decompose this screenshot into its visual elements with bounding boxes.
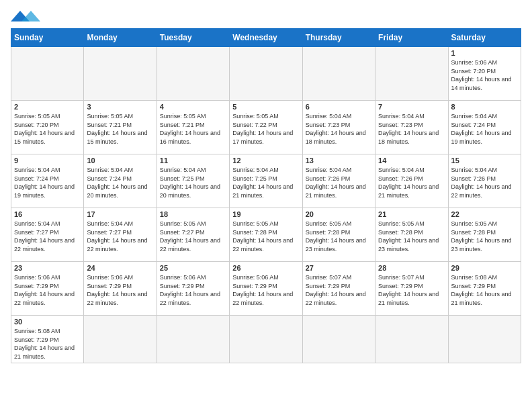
day-info: Sunrise: 5:05 AM Sunset: 7:28 PM Dayligh… xyxy=(306,220,372,253)
calendar-cell: 24Sunrise: 5:06 AM Sunset: 7:29 PM Dayli… xyxy=(84,262,157,316)
header-friday: Friday xyxy=(375,29,448,47)
day-number: 10 xyxy=(87,156,153,165)
day-info: Sunrise: 5:04 AM Sunset: 7:23 PM Dayligh… xyxy=(306,112,372,146)
calendar-cell xyxy=(375,47,448,101)
calendar-cell xyxy=(302,47,375,101)
day-number: 30 xyxy=(14,318,81,326)
day-info: Sunrise: 5:04 AM Sunset: 7:24 PM Dayligh… xyxy=(451,112,518,146)
day-info: Sunrise: 5:05 AM Sunset: 7:28 PM Dayligh… xyxy=(378,220,445,253)
calendar-cell: 17Sunrise: 5:04 AM Sunset: 7:27 PM Dayli… xyxy=(84,208,157,262)
day-info: Sunrise: 5:06 AM Sunset: 7:20 PM Dayligh… xyxy=(451,58,518,92)
header-tuesday: Tuesday xyxy=(157,29,229,47)
day-number: 9 xyxy=(14,156,81,165)
day-number: 29 xyxy=(451,264,518,272)
day-number: 13 xyxy=(306,156,372,165)
calendar-cell xyxy=(448,316,521,363)
calendar-cell xyxy=(157,47,229,101)
calendar-cell xyxy=(375,316,448,363)
day-info: Sunrise: 5:06 AM Sunset: 7:29 PM Dayligh… xyxy=(14,273,81,307)
day-number: 25 xyxy=(160,264,226,272)
calendar-cell xyxy=(230,47,302,101)
day-info: Sunrise: 5:04 AM Sunset: 7:26 PM Dayligh… xyxy=(306,166,372,199)
calendar-cell: 3Sunrise: 5:05 AM Sunset: 7:21 PM Daylig… xyxy=(84,101,157,154)
calendar-cell: 5Sunrise: 5:05 AM Sunset: 7:22 PM Daylig… xyxy=(230,101,302,154)
calendar-cell: 26Sunrise: 5:06 AM Sunset: 7:29 PM Dayli… xyxy=(230,262,302,316)
day-info: Sunrise: 5:05 AM Sunset: 7:21 PM Dayligh… xyxy=(87,112,153,146)
calendar-cell: 12Sunrise: 5:04 AM Sunset: 7:25 PM Dayli… xyxy=(230,154,302,208)
day-number: 18 xyxy=(160,210,226,218)
calendar-cell: 30Sunrise: 5:08 AM Sunset: 7:29 PM Dayli… xyxy=(11,316,84,363)
day-number: 5 xyxy=(232,103,299,111)
calendar-cell xyxy=(302,316,375,363)
day-number: 22 xyxy=(451,210,518,218)
calendar-cell: 16Sunrise: 5:04 AM Sunset: 7:27 PM Dayli… xyxy=(11,208,84,262)
day-number: 3 xyxy=(87,103,153,111)
header-wednesday: Wednesday xyxy=(230,29,302,47)
day-info: Sunrise: 5:05 AM Sunset: 7:28 PM Dayligh… xyxy=(232,220,299,253)
day-info: Sunrise: 5:05 AM Sunset: 7:20 PM Dayligh… xyxy=(14,112,81,146)
day-number: 6 xyxy=(306,103,372,111)
calendar-cell: 15Sunrise: 5:04 AM Sunset: 7:26 PM Dayli… xyxy=(448,154,521,208)
day-info: Sunrise: 5:07 AM Sunset: 7:29 PM Dayligh… xyxy=(306,273,372,307)
calendar-cell: 18Sunrise: 5:05 AM Sunset: 7:27 PM Dayli… xyxy=(157,208,229,262)
day-info: Sunrise: 5:07 AM Sunset: 7:29 PM Dayligh… xyxy=(378,273,445,307)
day-info: Sunrise: 5:04 AM Sunset: 7:26 PM Dayligh… xyxy=(451,166,518,199)
calendar-header: SundayMondayTuesdayWednesdayThursdayFrid… xyxy=(11,29,521,47)
calendar-cell: 7Sunrise: 5:04 AM Sunset: 7:23 PM Daylig… xyxy=(375,101,448,154)
day-number: 20 xyxy=(306,210,372,218)
calendar-cell: 10Sunrise: 5:04 AM Sunset: 7:24 PM Dayli… xyxy=(84,154,157,208)
calendar-cell: 19Sunrise: 5:05 AM Sunset: 7:28 PM Dayli… xyxy=(230,208,302,262)
day-number: 27 xyxy=(306,264,372,272)
calendar-cell: 2Sunrise: 5:05 AM Sunset: 7:20 PM Daylig… xyxy=(11,101,84,154)
day-number: 28 xyxy=(378,264,445,272)
calendar-cell: 23Sunrise: 5:06 AM Sunset: 7:29 PM Dayli… xyxy=(11,262,84,316)
day-number: 16 xyxy=(14,210,81,218)
calendar-cell: 29Sunrise: 5:08 AM Sunset: 7:29 PM Dayli… xyxy=(448,262,521,316)
day-number: 1 xyxy=(451,49,518,57)
day-info: Sunrise: 5:04 AM Sunset: 7:25 PM Dayligh… xyxy=(160,166,226,199)
calendar-cell xyxy=(230,316,302,363)
calendar-cell xyxy=(84,316,157,363)
calendar-cell: 22Sunrise: 5:05 AM Sunset: 7:28 PM Dayli… xyxy=(448,208,521,262)
calendar-cell: 28Sunrise: 5:07 AM Sunset: 7:29 PM Dayli… xyxy=(375,262,448,316)
calendar-cell: 13Sunrise: 5:04 AM Sunset: 7:26 PM Dayli… xyxy=(302,154,375,208)
calendar-cell: 9Sunrise: 5:04 AM Sunset: 7:24 PM Daylig… xyxy=(11,154,84,208)
day-number: 15 xyxy=(451,156,518,165)
calendar-cell: 14Sunrise: 5:04 AM Sunset: 7:26 PM Dayli… xyxy=(375,154,448,208)
day-info: Sunrise: 5:06 AM Sunset: 7:29 PM Dayligh… xyxy=(232,273,299,307)
day-info: Sunrise: 5:05 AM Sunset: 7:27 PM Dayligh… xyxy=(160,220,226,253)
day-info: Sunrise: 5:06 AM Sunset: 7:29 PM Dayligh… xyxy=(160,273,226,307)
day-info: Sunrise: 5:04 AM Sunset: 7:26 PM Dayligh… xyxy=(378,166,445,199)
calendar-cell: 20Sunrise: 5:05 AM Sunset: 7:28 PM Dayli… xyxy=(302,208,375,262)
logo xyxy=(11,11,40,21)
day-info: Sunrise: 5:08 AM Sunset: 7:29 PM Dayligh… xyxy=(14,327,81,361)
day-number: 26 xyxy=(232,264,299,272)
calendar-cell xyxy=(157,316,229,363)
calendar-cell: 8Sunrise: 5:04 AM Sunset: 7:24 PM Daylig… xyxy=(448,101,521,154)
day-info: Sunrise: 5:04 AM Sunset: 7:25 PM Dayligh… xyxy=(232,166,299,199)
calendar-cell xyxy=(11,47,84,101)
day-info: Sunrise: 5:05 AM Sunset: 7:22 PM Dayligh… xyxy=(232,112,299,146)
day-info: Sunrise: 5:08 AM Sunset: 7:29 PM Dayligh… xyxy=(451,273,518,307)
day-number: 7 xyxy=(378,103,445,111)
header-saturday: Saturday xyxy=(448,29,521,47)
day-number: 14 xyxy=(378,156,445,165)
day-info: Sunrise: 5:06 AM Sunset: 7:29 PM Dayligh… xyxy=(87,273,153,307)
calendar-cell: 4Sunrise: 5:05 AM Sunset: 7:21 PM Daylig… xyxy=(157,101,229,154)
day-number: 11 xyxy=(160,156,226,165)
day-info: Sunrise: 5:04 AM Sunset: 7:24 PM Dayligh… xyxy=(14,166,81,199)
calendar-cell: 6Sunrise: 5:04 AM Sunset: 7:23 PM Daylig… xyxy=(302,101,375,154)
calendar-cell: 11Sunrise: 5:04 AM Sunset: 7:25 PM Dayli… xyxy=(157,154,229,208)
calendar-cell: 27Sunrise: 5:07 AM Sunset: 7:29 PM Dayli… xyxy=(302,262,375,316)
day-number: 19 xyxy=(232,210,299,218)
calendar-cell xyxy=(84,47,157,101)
day-number: 4 xyxy=(160,103,226,111)
day-number: 12 xyxy=(232,156,299,165)
calendar-cell: 1Sunrise: 5:06 AM Sunset: 7:20 PM Daylig… xyxy=(448,47,521,101)
logo-icon xyxy=(11,11,40,21)
day-info: Sunrise: 5:05 AM Sunset: 7:21 PM Dayligh… xyxy=(160,112,226,146)
header-monday: Monday xyxy=(84,29,157,47)
day-number: 2 xyxy=(14,103,81,111)
calendar-cell: 25Sunrise: 5:06 AM Sunset: 7:29 PM Dayli… xyxy=(157,262,229,316)
day-info: Sunrise: 5:04 AM Sunset: 7:27 PM Dayligh… xyxy=(14,220,81,253)
